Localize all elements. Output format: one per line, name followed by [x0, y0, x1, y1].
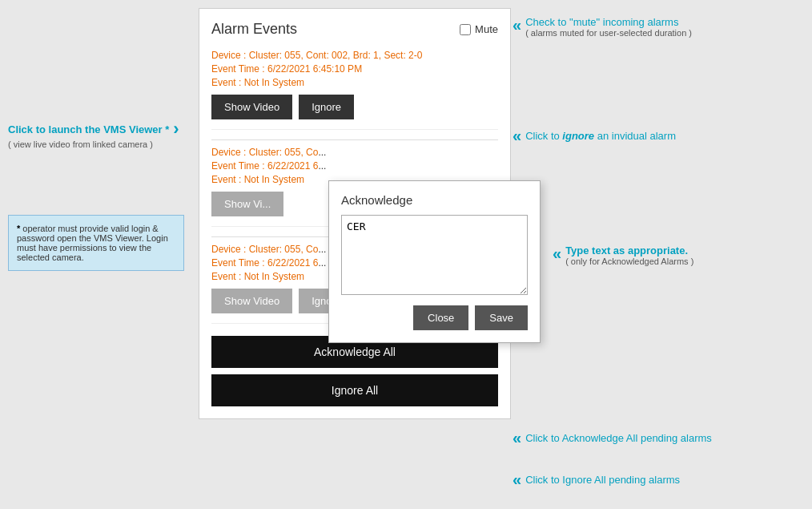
info-box-text: operator must provide valid login & pass…: [17, 224, 168, 262]
mute-annotation-main: Check to "mute" incoming alarms: [525, 16, 692, 28]
type-text-main: Type text as appropriate.: [565, 244, 693, 257]
alarm-panel-title: Alarm Events: [211, 21, 297, 38]
ignore-all-button[interactable]: Ignore All: [211, 374, 498, 406]
alarm2-device: Device : Cluster: 055, Co...: [211, 147, 498, 158]
alarm1-show-video-button[interactable]: Show Video: [211, 95, 292, 119]
vms-annotation-sub: ( view live video from linked camera ): [8, 139, 179, 149]
vms-annotation-main: Click to launch the VMS Viewer *: [8, 123, 169, 135]
alarm2-show-video-button[interactable]: Show Vi...: [211, 192, 283, 216]
bottom-buttons: Acknowledge All Ignore All: [211, 336, 498, 406]
mute-annotation: « Check to "mute" incoming alarms ( alar…: [513, 16, 692, 38]
mute-arrow-icon: «: [513, 16, 521, 34]
modal-save-button[interactable]: Save: [475, 305, 528, 330]
alarm1-buttons: Show Video Ignore: [211, 95, 498, 119]
modal-close-button[interactable]: Close: [413, 305, 468, 330]
info-asterisk: *: [17, 224, 20, 233]
alarm1-ignore-button[interactable]: Ignore: [299, 95, 354, 119]
modal-buttons: Close Save: [341, 305, 528, 330]
ignore-all-arrow-icon: «: [513, 471, 521, 489]
ack-all-annotation-main: Click to Acknowledge All pending alarms: [525, 432, 712, 444]
alarm1-event: Event : Not In System: [211, 77, 498, 88]
alarm1-time: Event Time : 6/22/2021 6:45:10 PM: [211, 63, 498, 75]
ignore-annotation-main: Click to ignore an invidual alarm: [525, 130, 676, 142]
acknowledge-modal: Acknowledge CER Close Save: [328, 180, 541, 343]
vms-annotation: Click to launch the VMS Viewer * › ( vie…: [8, 119, 179, 149]
modal-title: Acknowledge: [341, 193, 528, 207]
ignore-arrow-icon: «: [513, 127, 521, 145]
alarm-panel-header: Alarm Events Mute: [211, 21, 498, 38]
type-text-arrow-icon: «: [553, 244, 561, 263]
ignore-annotation: « Click to ignore an invidual alarm: [513, 127, 676, 145]
ack-all-arrow-icon: «: [513, 429, 521, 447]
alarm3-show-video-button[interactable]: Show Video: [211, 289, 292, 313]
mute-annotation-sub: ( alarms muted for user-selected duratio…: [525, 28, 692, 38]
mute-checkbox[interactable]: [460, 24, 471, 35]
acknowledge-textarea[interactable]: CER: [341, 215, 528, 295]
ack-all-annotation: « Click to Acknowledge All pending alarm…: [513, 429, 712, 447]
type-text-annotation: « Type text as appropriate. ( only for A…: [553, 244, 693, 266]
mute-container: Mute: [460, 23, 498, 35]
alarm2-time: Event Time : 6/22/2021 6...: [211, 160, 498, 172]
mute-label: Mute: [475, 23, 498, 35]
alarm1-device: Device : Cluster: 055, Cont: 002, Brd: 1…: [211, 50, 498, 61]
type-text-sub: ( only for Acknowledged Alarms ): [565, 257, 693, 266]
vms-right-arrow-icon: ›: [173, 119, 179, 139]
info-box: * operator must provide valid login & pa…: [8, 215, 184, 271]
ignore-all-annotation: « Click to Ignore All pending alarms: [513, 471, 680, 489]
ignore-all-annotation-main: Click to Ignore All pending alarms: [525, 474, 680, 486]
alarm-event-1: Device : Cluster: 055, Cont: 002, Brd: 1…: [211, 50, 498, 130]
